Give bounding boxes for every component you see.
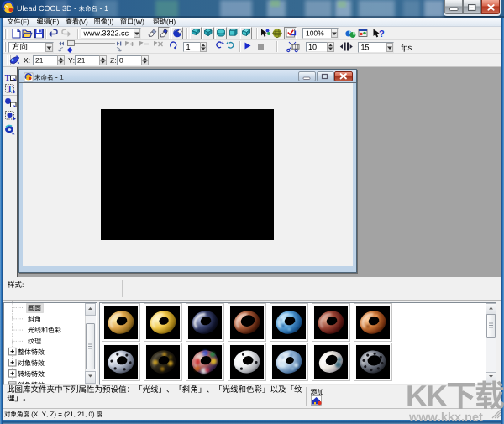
svg-text:T: T <box>8 85 13 93</box>
svg-text:T: T <box>5 73 11 82</box>
svg-text:?: ? <box>379 29 385 39</box>
